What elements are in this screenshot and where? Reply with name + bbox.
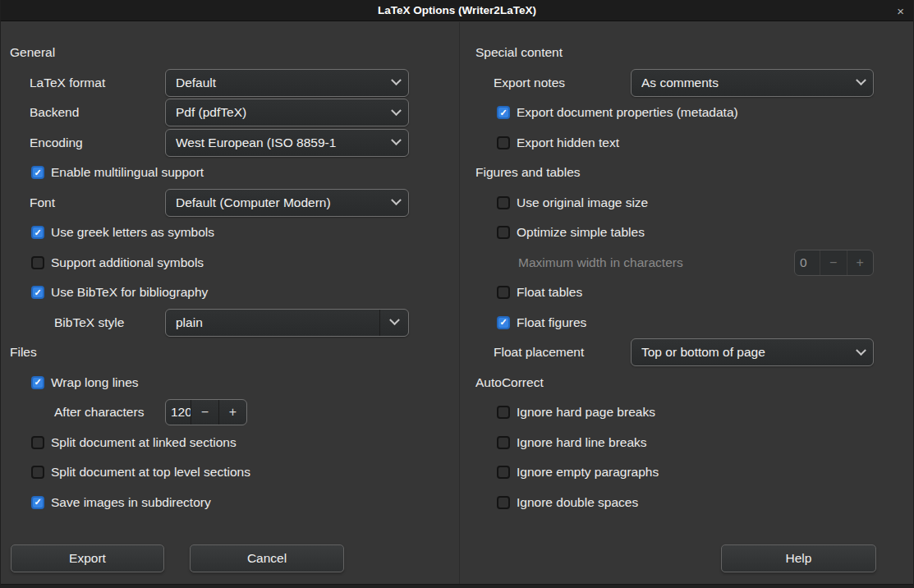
double-spaces-row: ✓ Ignore double spaces [460,488,913,518]
hard-page-label[interactable]: Ignore hard page breaks [517,405,655,420]
font-select[interactable]: Default (Computer Modern) [165,189,409,217]
save-images-row: ✓ Save images in subdirectory [1,488,459,518]
float-tables-checkbox[interactable]: ✓ [497,286,510,299]
float-figures-checkbox[interactable]: ✓ [497,316,510,329]
bibtex-checkbox[interactable]: ✓ [31,286,44,299]
latex-options-dialog: LaTeX Options (Writer2LaTeX) × General L… [0,0,914,588]
check-icon: ✓ [34,228,41,237]
multilingual-row: ✓ Enable multilingual support [1,158,459,188]
section-heading-label: General [10,45,55,60]
plus-icon[interactable]: + [218,400,246,425]
encoding-select[interactable]: West European (ISO 8859-1 [165,129,409,157]
backend-row: Backend Pdf (pdfTeX) [1,98,459,128]
empty-paragraphs-checkbox[interactable]: ✓ [497,466,510,479]
check-icon: ✓ [499,318,507,327]
minus-icon: − [820,250,847,275]
hard-line-checkbox[interactable]: ✓ [497,436,510,449]
wrap-lines-checkbox[interactable]: ✓ [31,376,44,389]
float-placement-select[interactable]: Top or bottom of page [631,338,874,366]
float-placement-value: Top or bottom of page [641,345,852,360]
original-size-label[interactable]: Use original image size [517,195,648,210]
metadata-label[interactable]: Export document properties (metadata) [517,105,738,120]
help-button[interactable]: Help [721,544,876,572]
hard-page-row: ✓ Ignore hard page breaks [460,397,913,428]
hidden-text-label[interactable]: Export hidden text [517,136,619,150]
backend-value: Pdf (pdfTeX) [176,105,388,120]
latex-format-label: LaTeX format [30,76,165,90]
optimize-tables-label[interactable]: Optimize simple tables [517,225,645,240]
minus-icon[interactable]: − [191,400,218,425]
split-linked-row: ✓ Split document at linked sections [1,428,459,458]
bibtex-style-value: plain [176,315,379,330]
check-icon: ✓ [34,168,41,177]
optimize-tables-checkbox[interactable]: ✓ [497,226,510,239]
section-heading-figures-tables: Figures and tables [460,158,913,188]
section-heading-autocorrect: AutoCorrect [460,368,913,398]
after-characters-value[interactable]: 120 [166,400,191,425]
check-icon: ✓ [34,498,41,507]
wrap-lines-label[interactable]: Wrap long lines [51,375,139,390]
export-notes-select[interactable]: As comments [631,69,874,97]
split-top-label[interactable]: Split document at top level sections [51,465,250,480]
hidden-text-checkbox[interactable]: ✓ [497,136,510,149]
left-pane: General LaTeX format Default Backend Pdf… [1,22,459,588]
multilingual-label[interactable]: Enable multilingual support [51,165,204,180]
max-width-spinner: 0 − + [794,250,874,276]
section-heading-files: Files [1,338,459,368]
multilingual-checkbox[interactable]: ✓ [31,166,44,179]
greek-label[interactable]: Use greek letters as symbols [51,225,214,240]
bibtex-style-combobox[interactable]: plain [165,309,409,337]
close-icon[interactable]: × [897,4,904,16]
save-images-checkbox[interactable]: ✓ [31,496,44,509]
split-top-row: ✓ Split document at top level sections [1,457,459,488]
save-images-label[interactable]: Save images in subdirectory [51,495,211,510]
hard-line-row: ✓ Ignore hard line breaks [460,428,913,458]
double-spaces-checkbox[interactable]: ✓ [497,496,510,509]
split-linked-checkbox[interactable]: ✓ [31,436,44,449]
backend-label: Backend [30,105,165,120]
window-bottom-edge [1,584,913,588]
greek-row: ✓ Use greek letters as symbols [1,218,459,248]
original-size-checkbox[interactable]: ✓ [497,196,510,209]
additional-symbols-label[interactable]: Support additional symbols [51,255,204,270]
export-notes-row: Export notes As comments [460,68,913,99]
cancel-button[interactable]: Cancel [190,544,344,572]
chevron-down-icon [391,136,402,146]
title-bar[interactable]: LaTeX Options (Writer2LaTeX) × [1,0,913,21]
export-notes-label: Export notes [494,76,631,90]
double-spaces-label[interactable]: Ignore double spaces [517,495,638,510]
hard-page-checkbox[interactable]: ✓ [497,406,510,419]
encoding-label: Encoding [30,136,165,150]
bibtex-label[interactable]: Use BibTeX for bibliography [51,285,208,300]
metadata-checkbox[interactable]: ✓ [497,106,510,119]
chevron-down-icon [391,76,402,86]
backend-select[interactable]: Pdf (pdfTeX) [165,99,409,126]
empty-paragraphs-label[interactable]: Ignore empty paragraphs [517,465,659,480]
export-button[interactable]: Export [11,544,164,572]
bibtex-row: ✓ Use BibTeX for bibliography [1,278,459,308]
section-heading-general: General [1,38,459,68]
split-top-checkbox[interactable]: ✓ [31,466,44,479]
empty-paragraphs-row: ✓ Ignore empty paragraphs [460,457,913,488]
split-linked-label[interactable]: Split document at linked sections [51,435,237,450]
section-heading-label: Special content [475,45,563,60]
float-placement-label: Float placement [494,345,631,360]
after-characters-row: After characters 120 − + [1,397,459,428]
float-tables-row: ✓ Float tables [460,278,913,308]
dialog-body: General LaTeX format Default Backend Pdf… [1,22,913,588]
float-figures-label[interactable]: Float figures [517,315,586,330]
latex-format-select[interactable]: Default [165,69,409,97]
float-figures-row: ✓ Float figures [460,308,913,338]
section-heading-label: Files [10,345,37,360]
float-tables-label[interactable]: Float tables [517,285,582,300]
right-pane: Special content Export notes As comments… [459,22,913,588]
chevron-down-icon [391,105,402,116]
export-notes-value: As comments [641,76,852,90]
font-row: Font Default (Computer Modern) [1,188,459,218]
greek-checkbox[interactable]: ✓ [31,226,44,239]
encoding-row: Encoding West European (ISO 8859-1 [1,128,459,158]
max-width-value: 0 [795,250,820,275]
additional-symbols-checkbox[interactable]: ✓ [31,256,44,269]
bibtex-style-dropdown-button[interactable] [379,310,408,336]
hard-line-label[interactable]: Ignore hard line breaks [517,435,647,450]
